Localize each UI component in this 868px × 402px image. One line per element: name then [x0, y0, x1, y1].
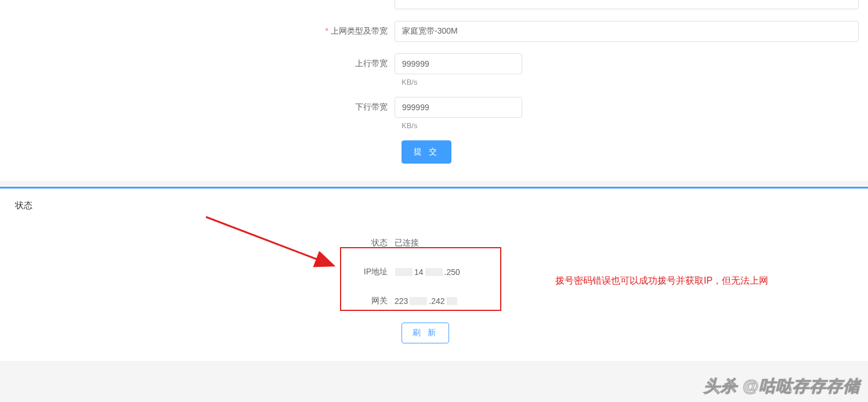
refresh-row: 刷 新 — [0, 323, 868, 343]
refresh-button[interactable]: 刷 新 — [402, 323, 449, 343]
ip-mask-1 — [395, 268, 413, 276]
download-label: 下行带宽 — [0, 102, 395, 113]
status-panel-title: 状态 — [0, 189, 868, 217]
ip-part-1: 14 — [414, 267, 424, 277]
hidden-top-input[interactable] — [395, 0, 859, 9]
form-row-download: 下行带宽 — [0, 97, 868, 118]
status-ip-value: 14 .250 — [395, 267, 460, 277]
status-gateway-label: 网关 — [0, 296, 395, 306]
submit-button[interactable]: 提 交 — [402, 140, 451, 164]
download-help-row: KB/s — [0, 121, 868, 130]
gw-part-1: 223 — [395, 296, 408, 306]
form-row-conn-type: 上网类型及带宽 — [0, 21, 868, 42]
form-row-upload: 上行带宽 — [0, 53, 868, 74]
ip-part-2: .250 — [444, 267, 460, 277]
status-row-state: 状态 已连接 — [0, 229, 868, 258]
upload-input[interactable] — [395, 53, 522, 74]
upload-unit: KB/s — [402, 78, 417, 86]
submit-row: 提 交 — [0, 140, 868, 164]
annotation-text: 拨号密码错误也可以成功拨号并获取IP，但无法上网 — [555, 275, 768, 287]
ip-mask-2 — [425, 268, 443, 276]
gw-mask-1 — [410, 297, 427, 305]
form-row-hidden-top — [0, 0, 868, 9]
gw-part-2: .242 — [429, 296, 444, 306]
conn-type-label: 上网类型及带宽 — [0, 26, 395, 37]
status-state-value: 已连接 — [395, 238, 419, 248]
conn-type-input[interactable] — [395, 21, 859, 42]
upload-help-row: KB/s — [0, 78, 868, 86]
status-gateway-value: 223 .242 — [395, 296, 458, 306]
settings-form-panel: 上网类型及带宽 上行带宽 KB/s 下行带宽 KB/s 提 交 — [0, 0, 868, 181]
download-unit: KB/s — [402, 121, 417, 130]
status-row-gateway: 网关 223 .242 — [0, 287, 868, 316]
status-ip-label: IP地址 — [0, 267, 395, 277]
status-panel: 状态 状态 已连接 IP地址 14 .250 网关 — [0, 187, 868, 361]
gw-mask-2 — [447, 297, 457, 305]
status-state-label: 状态 — [0, 238, 395, 248]
download-input[interactable] — [395, 97, 522, 118]
status-body: 状态 已连接 IP地址 14 .250 网关 223 .242 拨号密码错误也可… — [0, 217, 868, 361]
upload-label: 上行带宽 — [0, 59, 395, 69]
